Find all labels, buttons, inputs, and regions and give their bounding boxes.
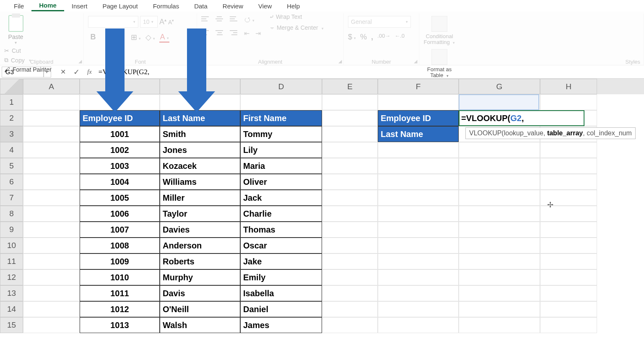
cell[interactable] xyxy=(459,253,540,269)
dialog-launcher-icon[interactable]: ◢ xyxy=(78,59,82,64)
cell[interactable] xyxy=(378,301,459,317)
cut-button[interactable]: ✂Cut xyxy=(4,47,79,54)
cell[interactable] xyxy=(378,317,459,333)
cell[interactable]: 1010 xyxy=(80,269,160,285)
cell[interactable] xyxy=(322,285,378,301)
cell[interactable]: Thomas xyxy=(240,222,322,238)
cell[interactable] xyxy=(378,174,459,190)
align-middle-icon[interactable] xyxy=(216,16,224,23)
cell[interactable] xyxy=(459,222,540,238)
dialog-launcher-icon[interactable]: ◢ xyxy=(338,59,342,64)
col-header-h[interactable]: H xyxy=(540,79,597,94)
cell[interactable] xyxy=(459,301,540,317)
cell[interactable]: Jack xyxy=(240,190,322,206)
align-top-icon[interactable] xyxy=(201,16,210,23)
cell[interactable] xyxy=(459,142,540,158)
cell[interactable] xyxy=(540,317,597,333)
cell[interactable] xyxy=(23,206,80,222)
cell[interactable] xyxy=(23,174,80,190)
tab-review[interactable]: Review xyxy=(215,1,251,11)
row-header[interactable]: 13 xyxy=(0,285,23,301)
cell[interactable] xyxy=(322,110,378,126)
decrease-decimal-icon[interactable]: ←.0 xyxy=(395,33,405,41)
font-name-combo[interactable]: ▾ xyxy=(88,16,138,28)
cell[interactable]: 1001 xyxy=(80,126,160,142)
cell[interactable] xyxy=(322,142,378,158)
cell[interactable] xyxy=(322,301,378,317)
row-header[interactable]: 2 xyxy=(0,110,23,126)
number-format-combo[interactable]: General▾ xyxy=(348,16,411,28)
cell[interactable] xyxy=(23,126,80,142)
cell[interactable]: Williams xyxy=(160,174,240,190)
font-color-button[interactable]: A▾ xyxy=(159,33,169,43)
grow-font-icon[interactable]: A▴ xyxy=(159,18,166,26)
row-header[interactable]: 4 xyxy=(0,142,23,158)
cell[interactable]: Daniel xyxy=(240,301,322,317)
cell[interactable]: Murphy xyxy=(160,269,240,285)
cell[interactable] xyxy=(540,253,597,269)
align-right-icon[interactable] xyxy=(230,30,238,37)
row-header[interactable]: 8 xyxy=(0,206,23,222)
cell[interactable] xyxy=(23,190,80,206)
row-header[interactable]: 12 xyxy=(0,269,23,285)
cell[interactable]: O'Neill xyxy=(160,301,240,317)
tab-view[interactable]: View xyxy=(251,1,279,11)
cell[interactable] xyxy=(378,285,459,301)
dialog-launcher-icon[interactable]: ◢ xyxy=(414,59,417,64)
cell[interactable]: 1004 xyxy=(80,174,160,190)
cell[interactable] xyxy=(378,269,459,285)
tab-formulas[interactable]: Formulas xyxy=(145,1,187,11)
cell[interactable] xyxy=(322,174,378,190)
cell[interactable]: Tommy xyxy=(240,126,322,142)
cell[interactable]: Last Name xyxy=(378,126,459,142)
cell[interactable]: 1002 xyxy=(80,142,160,158)
cell[interactable] xyxy=(322,158,378,174)
tab-file[interactable]: File xyxy=(6,1,31,11)
cell[interactable] xyxy=(540,158,597,174)
cell[interactable]: Anderson xyxy=(160,238,240,253)
cell[interactable]: James xyxy=(240,317,322,333)
align-bottom-icon[interactable] xyxy=(230,16,238,23)
fill-color-button[interactable]: ◇▾ xyxy=(145,33,155,43)
cell[interactable]: 1005 xyxy=(80,190,160,206)
cell[interactable]: 1006 xyxy=(80,206,160,222)
comma-button[interactable]: , xyxy=(371,33,373,41)
font-size-combo[interactable]: 10▾ xyxy=(140,16,158,28)
chevron-down-icon[interactable]: ▾ xyxy=(15,40,17,45)
cell[interactable] xyxy=(322,238,378,253)
decrease-indent-icon[interactable]: ⇤ xyxy=(244,29,249,37)
cell[interactable] xyxy=(322,126,378,142)
cell[interactable] xyxy=(378,206,459,222)
tab-help[interactable]: Help xyxy=(279,1,307,11)
cell[interactable] xyxy=(322,253,378,269)
cell[interactable]: Kozacek xyxy=(160,158,240,174)
cell[interactable] xyxy=(378,94,459,110)
cell-g3-editing[interactable]: =VLOOKUP(G2, xyxy=(459,110,584,126)
cell[interactable]: Jake xyxy=(240,253,322,269)
cell[interactable] xyxy=(240,94,322,110)
cell[interactable]: Oliver xyxy=(240,174,322,190)
cell[interactable]: Isabella xyxy=(240,285,322,301)
cell[interactable]: Davis xyxy=(160,285,240,301)
conditional-formatting-button[interactable]: Conditional Formatting ▾ xyxy=(423,16,455,46)
paste-button[interactable]: Paste ▾ xyxy=(4,15,27,45)
cell[interactable] xyxy=(378,190,459,206)
cell[interactable] xyxy=(378,253,459,269)
cell[interactable] xyxy=(540,222,597,238)
shrink-font-icon[interactable]: A▾ xyxy=(168,18,174,26)
cell[interactable] xyxy=(322,222,378,238)
col-header-f[interactable]: F xyxy=(378,79,459,94)
cell[interactable]: 1009 xyxy=(80,253,160,269)
row-header[interactable]: 11 xyxy=(0,253,23,269)
cell[interactable] xyxy=(23,317,80,333)
cell[interactable]: Charlie xyxy=(240,206,322,222)
cell[interactable]: Employee ID xyxy=(378,110,459,126)
cell[interactable]: Roberts xyxy=(160,253,240,269)
cell[interactable]: Employee ID xyxy=(80,110,160,126)
currency-button[interactable]: $▾ xyxy=(348,33,356,41)
cell[interactable] xyxy=(322,190,378,206)
cell[interactable] xyxy=(459,206,540,222)
col-header-a[interactable]: A xyxy=(23,79,80,94)
cell[interactable] xyxy=(540,94,597,110)
cell[interactable] xyxy=(459,190,540,206)
